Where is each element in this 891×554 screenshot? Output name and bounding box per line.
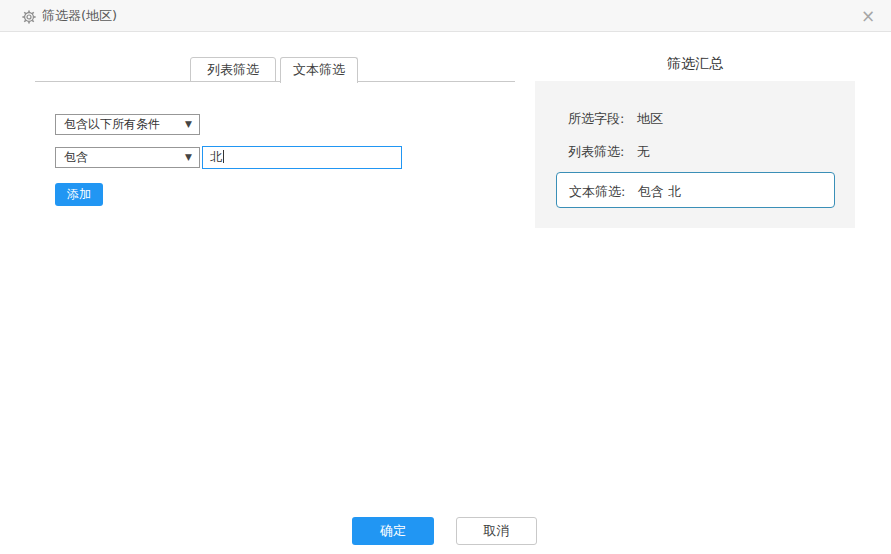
operator-dropdown[interactable]: 包含 ▼ [55, 147, 200, 168]
close-icon[interactable]: × [857, 5, 879, 27]
dialog-title: 筛选器(地区) [42, 7, 117, 25]
text-caret [223, 150, 224, 163]
dialog-titlebar: 筛选器(地区) × [0, 0, 891, 32]
summary-title: 筛选汇总 [535, 55, 855, 73]
summary-value: 无 [637, 143, 650, 161]
summary-row-list-filter: 列表筛选: 无 [568, 143, 624, 161]
filter-dialog: 筛选器(地区) × 列表筛选 文本筛选 包含以下所有条件 ▼ 包含 ▼ 北 添加… [0, 0, 891, 554]
summary-row-text-filter-highlight: 文本筛选: 包含 北 [556, 172, 835, 208]
cancel-button[interactable]: 取消 [456, 517, 537, 545]
summary-row-text-filter: 文本筛选: 包含 北 [569, 183, 625, 201]
summary-row-field: 所选字段: 地区 [568, 110, 624, 128]
summary-label: 文本筛选: [569, 184, 625, 199]
add-condition-button[interactable]: 添加 [55, 183, 103, 206]
tab-underline [35, 81, 515, 82]
summary-label: 列表筛选: [568, 144, 624, 159]
condition-text-input[interactable]: 北 [202, 146, 402, 169]
chevron-down-icon: ▼ [185, 148, 192, 167]
logic-dropdown[interactable]: 包含以下所有条件 ▼ [55, 114, 200, 135]
summary-label: 所选字段: [568, 111, 624, 126]
tab-list-filter[interactable]: 列表筛选 [190, 57, 276, 82]
ok-button[interactable]: 确定 [352, 517, 434, 545]
summary-value: 地区 [637, 110, 663, 128]
chevron-down-icon: ▼ [185, 115, 192, 134]
condition-text-value: 北 [210, 150, 222, 164]
summary-panel: 所选字段: 地区 列表筛选: 无 文本筛选: 包含 北 [535, 81, 855, 228]
logic-dropdown-value: 包含以下所有条件 [64, 117, 160, 131]
gear-icon [22, 9, 36, 23]
tab-text-filter[interactable]: 文本筛选 [280, 57, 358, 83]
summary-value: 包含 北 [638, 183, 681, 201]
operator-dropdown-value: 包含 [64, 150, 88, 164]
